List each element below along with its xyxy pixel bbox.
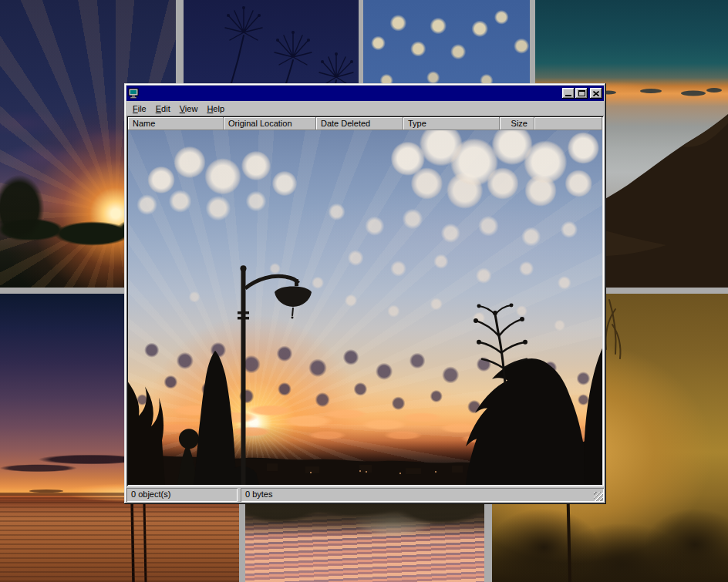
minimize-button[interactable] <box>562 88 575 99</box>
computer-icon[interactable] <box>128 88 139 99</box>
minimize-icon <box>565 95 571 96</box>
column-header-type[interactable]: Type <box>403 117 500 130</box>
close-button[interactable] <box>590 88 602 99</box>
resize-grip[interactable] <box>594 492 603 501</box>
column-header-original-location[interactable]: Original Location <box>224 117 316 130</box>
column-header-size[interactable]: Size <box>500 117 534 130</box>
menu-bar: File Edit View Help <box>126 101 604 116</box>
title-bar[interactable] <box>126 86 604 101</box>
recycle-bin-window[interactable]: File Edit View Help Name Original Locati… <box>124 83 606 504</box>
menu-item-file[interactable]: File <box>128 103 151 115</box>
menu-item-view[interactable]: View <box>175 103 203 115</box>
foreground-silhouettes <box>128 130 602 485</box>
status-bar: 0 object(s) 0 bytes <box>126 488 604 502</box>
list-view[interactable]: Name Original Location Date Deleted Type… <box>126 116 604 486</box>
column-header-blank[interactable] <box>534 117 602 130</box>
column-header-date-deleted[interactable]: Date Deleted <box>316 117 403 130</box>
column-header-name[interactable]: Name <box>128 117 224 130</box>
menu-item-help[interactable]: Help <box>202 103 229 115</box>
list-background-photo <box>128 130 602 485</box>
menu-item-edit[interactable]: Edit <box>151 103 175 115</box>
status-object-count: 0 object(s) <box>126 488 238 502</box>
close-icon <box>593 91 599 96</box>
maximize-icon <box>578 90 585 96</box>
status-size-text: 0 bytes <box>245 489 272 499</box>
status-size: 0 bytes <box>241 488 604 502</box>
desktop: File Edit View Help Name Original Locati… <box>0 0 728 582</box>
column-header-row: Name Original Location Date Deleted Type… <box>128 117 602 130</box>
maximize-button[interactable] <box>575 88 588 99</box>
